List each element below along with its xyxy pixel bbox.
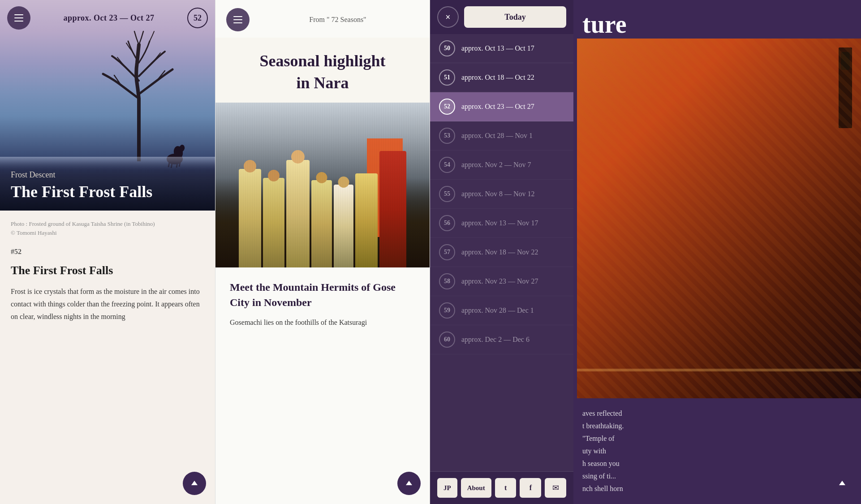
today-label: Today bbox=[504, 13, 525, 22]
section-number: #52 bbox=[11, 248, 204, 256]
season-date-54: approx. Nov 2 — Nov 7 bbox=[461, 161, 531, 169]
season-badge: 52 bbox=[187, 8, 208, 28]
twitter-icon: t bbox=[504, 484, 507, 492]
facebook-icon: f bbox=[530, 484, 532, 492]
season-number-53: 53 bbox=[439, 128, 455, 144]
hero-title: The First Frost Falls bbox=[11, 182, 204, 202]
about-label: About bbox=[467, 484, 485, 492]
season-number-55: 55 bbox=[439, 186, 455, 202]
light-reflection bbox=[573, 369, 861, 371]
panel3-header: × Today bbox=[430, 0, 573, 34]
panel-4: ture aves reflected t breathtaking. "Tem… bbox=[573, 0, 861, 504]
panel2-content-body: Gosemachi lies on the foothills of the K… bbox=[230, 316, 415, 329]
season-date-50: approx. Oct 13 — Oct 17 bbox=[461, 44, 534, 52]
scroll-up-button[interactable] bbox=[183, 472, 206, 495]
panel2-menu-button[interactable] bbox=[226, 8, 250, 31]
panel1-header: approx. Oct 23 — Oct 27 52 bbox=[0, 6, 215, 30]
hamburger-icon bbox=[14, 14, 23, 22]
season-date-58: approx. Nov 23 — Nov 27 bbox=[461, 277, 538, 285]
panel2-header: From " 72 Seasons" bbox=[215, 0, 430, 38]
season-item-58[interactable]: 58approx. Nov 23 — Nov 27 bbox=[430, 267, 573, 296]
panel4-image bbox=[573, 39, 861, 398]
season-date-55: approx. Nov 8 — Nov 12 bbox=[461, 190, 535, 198]
season-item-56[interactable]: 56approx. Nov 13 — Nov 17 bbox=[430, 209, 573, 238]
article-body: Frost is ice crystals that form as the m… bbox=[11, 285, 204, 323]
season-item-51[interactable]: 51approx. Oct 18 — Oct 22 bbox=[430, 63, 573, 92]
panel2-content-title: Meet the Mountain Hermits of Gose City i… bbox=[230, 280, 415, 310]
season-number-60: 60 bbox=[439, 332, 455, 348]
season-item-59[interactable]: 59approx. Nov 28 — Dec 1 bbox=[430, 296, 573, 325]
hero-overlay: Frost Descent The First Frost Falls bbox=[0, 161, 215, 211]
season-date-56: approx. Nov 13 — Nov 17 bbox=[461, 219, 538, 227]
season-item-60[interactable]: 60approx. Dec 2 — Dec 6 bbox=[430, 325, 573, 354]
season-number-50: 50 bbox=[439, 40, 455, 56]
season-number-59: 59 bbox=[439, 302, 455, 319]
hamburger-icon-2 bbox=[233, 16, 242, 23]
season-date-53: approx. Oct 28 — Nov 1 bbox=[461, 132, 533, 140]
panel4-content: aves reflected t breathtaking. "Temple o… bbox=[573, 398, 861, 504]
today-button[interactable]: Today bbox=[464, 6, 566, 28]
season-number-58: 58 bbox=[439, 273, 455, 289]
about-button[interactable]: About bbox=[461, 478, 491, 498]
panel2-scroll-up-button[interactable] bbox=[397, 472, 421, 495]
article-title: The First Frost Falls bbox=[11, 263, 204, 278]
email-button[interactable]: ✉ bbox=[545, 478, 566, 498]
panel4-edge-overlay bbox=[573, 39, 577, 398]
season-item-55[interactable]: 55approx. Nov 8 — Nov 12 bbox=[430, 180, 573, 209]
season-item-53[interactable]: 53approx. Oct 28 — Nov 1 bbox=[430, 121, 573, 151]
panel4-text: aves reflected t breathtaking. "Temple o… bbox=[582, 407, 852, 495]
season-item-50[interactable]: 50approx. Oct 13 — Oct 17 bbox=[430, 34, 573, 63]
season-number-56: 56 bbox=[439, 215, 455, 231]
panel2-content-section: Meet the Mountain Hermits of Gose City i… bbox=[215, 267, 430, 341]
close-icon: × bbox=[445, 12, 450, 22]
season-item-52[interactable]: 52approx. Oct 23 — Oct 27 bbox=[430, 92, 573, 121]
season-number-54: 54 bbox=[439, 157, 455, 173]
season-date-59: approx. Nov 28 — Dec 1 bbox=[461, 306, 534, 314]
season-number-52: 52 bbox=[439, 99, 455, 115]
panel-2: From " 72 Seasons" Seasonal highlight in… bbox=[215, 0, 430, 504]
season-list: 50approx. Oct 13 — Oct 1751approx. Oct 1… bbox=[430, 34, 573, 471]
hero-image: Frost Descent The First Frost Falls appr… bbox=[0, 0, 215, 211]
panel3-footer: JP About t f ✉ bbox=[430, 471, 573, 504]
panel-1: Frost Descent The First Frost Falls appr… bbox=[0, 0, 215, 504]
festival-image bbox=[215, 103, 430, 267]
close-button[interactable]: × bbox=[437, 6, 459, 28]
panel4-scroll-up-button[interactable] bbox=[831, 472, 854, 495]
season-item-54[interactable]: 54approx. Nov 2 — Nov 7 bbox=[430, 151, 573, 180]
jp-label: JP bbox=[443, 484, 451, 492]
source-label: From " 72 Seasons" bbox=[257, 16, 419, 24]
season-number-51: 51 bbox=[439, 69, 455, 86]
season-date-60: approx. Dec 2 — Dec 6 bbox=[461, 336, 530, 344]
panel4-header: ture bbox=[573, 0, 861, 39]
season-date-57: approx. Nov 18 — Nov 22 bbox=[461, 248, 538, 256]
email-icon: ✉ bbox=[552, 483, 559, 493]
jp-button[interactable]: JP bbox=[437, 478, 457, 498]
image-texture bbox=[215, 103, 430, 267]
season-date-51: approx. Oct 18 — Oct 22 bbox=[461, 73, 534, 82]
leaf-texture bbox=[573, 39, 861, 398]
hero-subtitle: Frost Descent bbox=[11, 170, 204, 180]
panel2-article-title-section: Seasonal highlight in Nara bbox=[215, 38, 430, 103]
menu-button[interactable] bbox=[7, 6, 30, 30]
panel4-title: ture bbox=[582, 11, 852, 39]
photo-credit: Photo : Frosted ground of Kasuga Taisha … bbox=[11, 220, 204, 237]
season-item-57[interactable]: 57approx. Nov 18 — Nov 22 bbox=[430, 238, 573, 267]
panel1-content: Photo : Frosted ground of Kasuga Taisha … bbox=[0, 211, 215, 504]
panel-3-season-menu: × Today 50approx. Oct 13 — Oct 1751appro… bbox=[430, 0, 573, 504]
facebook-button[interactable]: f bbox=[520, 478, 541, 498]
season-number-57: 57 bbox=[439, 244, 455, 260]
twitter-button[interactable]: t bbox=[495, 478, 517, 498]
date-range: approx. Oct 23 — Oct 27 bbox=[63, 13, 154, 23]
panel2-article-heading: Seasonal highlight in Nara bbox=[230, 50, 415, 94]
season-date-52: approx. Oct 23 — Oct 27 bbox=[461, 103, 534, 111]
